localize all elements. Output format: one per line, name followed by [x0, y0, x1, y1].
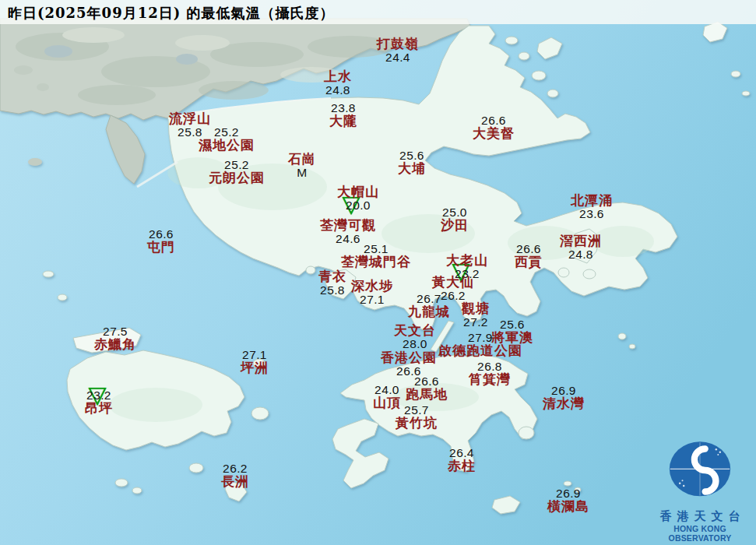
station-name: 荃灣可觀 [320, 219, 376, 233]
station-label: 打鼓嶺24.4 [377, 37, 419, 63]
hong-kong-map [0, 0, 756, 545]
station-value: 24.8 [560, 248, 602, 261]
station-label: 26.8筲箕灣 [469, 360, 511, 386]
station-name: 大美督 [473, 127, 515, 141]
station-label: 23.8大隴 [329, 102, 357, 128]
station-label: 滘西洲24.8 [560, 234, 602, 260]
station-label: 26.6跑馬地 [406, 375, 448, 401]
hko-logo-chinese: 香港天文台 [651, 509, 754, 524]
station-label: 北潭涌23.6 [571, 194, 613, 220]
station-name: 橫瀾島 [547, 500, 589, 514]
station-name: 流浮山 [169, 112, 211, 126]
station-label: 27.1坪洲 [241, 349, 269, 374]
station-label: 觀塘27.2 [462, 302, 490, 328]
station-label: 25.2濕地公園 [199, 126, 255, 152]
station-label: 青衣25.8 [318, 270, 346, 296]
station-value: 23.6 [571, 208, 613, 220]
station-name: 跑馬地 [406, 388, 448, 402]
station-name: 濕地公園 [199, 139, 255, 153]
station-label: 26.6西貢 [515, 243, 543, 269]
station-value: 28.0 [394, 338, 436, 350]
station-label: 26.6大美督 [473, 114, 515, 140]
station-value: M [288, 167, 316, 179]
station-name: 長洲 [221, 475, 249, 489]
station-name: 筲箕灣 [469, 373, 511, 387]
station-name: 石崗 [288, 153, 316, 167]
station-label: 26.9橫瀾島 [547, 487, 589, 513]
station-label: 26.2長洲 [221, 462, 249, 488]
station-value: 27.2 [462, 316, 490, 329]
station-label: 26.9清水灣 [543, 385, 585, 410]
station-name: 清水灣 [543, 397, 585, 411]
station-name: 青衣 [318, 270, 346, 284]
station-name: 荃灣城門谷 [341, 255, 411, 269]
station-name: 深水埗 [351, 280, 393, 294]
hko-logo: 香港天文台 HONG KONG OBSERVATORY [645, 434, 754, 543]
station-name: 昂坪 [85, 402, 113, 416]
hko-logo-icon [661, 434, 739, 506]
station-label: 26.7九龍城 [408, 293, 450, 318]
station-name: 屯門 [147, 241, 175, 255]
station-value: 24.8 [324, 84, 352, 97]
station-label: 深水埗27.1 [351, 280, 393, 305]
hko-logo-english: HONG KONG OBSERVATORY [645, 524, 754, 543]
station-name: 大老山 [446, 254, 488, 268]
station-label: 上水24.8 [324, 70, 352, 96]
station-value: 25.8 [318, 284, 346, 297]
station-label: 25.7黃竹坑 [396, 404, 438, 430]
station-name: 赤柱 [448, 459, 476, 473]
station-name: 黃大仙 [432, 276, 474, 290]
station-label: 26.6屯門 [147, 228, 175, 254]
station-value: 20.0 [337, 199, 379, 212]
station-name: 打鼓嶺 [377, 37, 419, 51]
station-name: 黃竹坑 [396, 417, 438, 431]
station-label: 27.9啟德跑道公園 [438, 332, 522, 357]
station-label: 香港公園26.6 [381, 351, 437, 377]
station-name: 滘西洲 [560, 234, 602, 248]
station-label: 25.6大埔 [398, 149, 426, 175]
station-value: 27.1 [351, 294, 393, 306]
station-name: 沙田 [441, 219, 469, 233]
station-name: 上水 [324, 70, 352, 84]
station-value: 24.4 [377, 51, 419, 64]
station-name: 啟德跑道公園 [438, 344, 522, 358]
station-label: 天文台28.0 [394, 324, 436, 350]
station-name: 赤鱲角 [94, 338, 136, 352]
station-label: 大帽山20.0 [337, 185, 379, 211]
station-name: 九龍城 [408, 305, 450, 319]
map-title: 昨日(2025年09月12日) 的最低氣溫（攝氏度） [8, 4, 335, 23]
station-name: 北潭涌 [571, 194, 613, 208]
station-label: 26.4赤柱 [448, 447, 476, 473]
station-name: 大帽山 [337, 185, 379, 199]
station-label: 荃灣可觀24.6 [320, 219, 376, 244]
hko-min-temp-map: 昨日(2025年09月12日) 的最低氣溫（攝氏度） 打鼓嶺24.4上水24.8… [0, 0, 756, 545]
station-label: 23.2昂坪 [85, 389, 113, 415]
station-name: 西貢 [515, 255, 543, 269]
station-label: 25.1荃灣城門谷 [341, 243, 411, 269]
station-name: 香港公園 [381, 351, 437, 365]
station-name: 觀塘 [462, 302, 490, 316]
station-name: 元朗公園 [209, 171, 265, 185]
station-name: 大隴 [329, 114, 357, 128]
station-label: 石崗M [288, 153, 316, 178]
station-label: 25.2元朗公園 [209, 159, 265, 185]
station-label: 25.0沙田 [441, 206, 469, 232]
station-label: 27.5赤鱲角 [94, 325, 136, 351]
station-name: 天文台 [394, 324, 436, 338]
station-name: 坪洲 [241, 361, 269, 375]
station-name: 大埔 [398, 162, 426, 176]
